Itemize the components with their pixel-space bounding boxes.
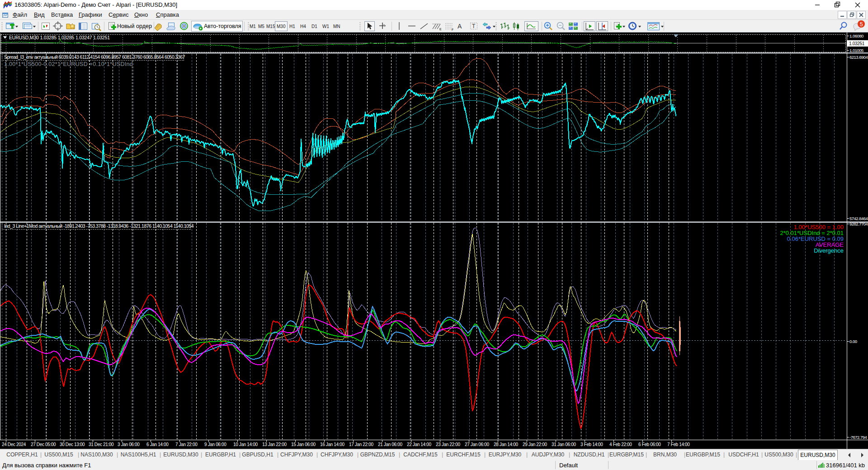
svg-text:H1: H1	[289, 24, 295, 29]
svg-text:M30: M30	[277, 24, 286, 29]
svg-text:10 Jan 14:00: 10 Jan 14:00	[233, 442, 258, 447]
svg-text:1.03251: 1.03251	[849, 41, 865, 46]
svg-text:A: A	[458, 23, 462, 30]
svg-text:13 Jan 22:00: 13 Jan 22:00	[262, 442, 287, 447]
svg-text:4 Feb 22:00: 4 Feb 22:00	[609, 442, 632, 447]
svg-text:30 Dec 13:00: 30 Dec 13:00	[60, 442, 85, 447]
svg-text:-7672.794: -7672.794	[849, 435, 867, 440]
svg-text:Divergence: Divergence	[814, 247, 844, 254]
svg-text:D1: D1	[311, 24, 317, 29]
svg-text:7 Feb 14:00: 7 Feb 14:00	[667, 442, 690, 447]
svg-text:1.06080: 1.06080	[849, 33, 863, 38]
svg-text:6213.6904: 6213.6904	[849, 55, 868, 60]
svg-text:3 Feb 14:00: 3 Feb 14:00	[580, 442, 603, 447]
svg-text:1.01005: 1.01005	[849, 48, 863, 53]
svg-text:24 Dec 2024: 24 Dec 2024	[2, 442, 26, 447]
svg-text:15 Jan 06:00: 15 Jan 06:00	[291, 442, 316, 447]
svg-text:1.00*1*US500-0.02*1*EURUSD +0.: 1.00*1*US500-0.02*1*EURUSD +0.10*1*USDIn…	[4, 61, 133, 67]
svg-text:28 Jan 14:00: 28 Jan 14:00	[494, 442, 518, 447]
svg-text:M5: M5	[258, 24, 264, 29]
svg-text:31 Jan 06:00: 31 Jan 06:00	[552, 442, 576, 447]
svg-text:Spread_I3_env актуальный 6039.: Spread_I3_env актуальный 6039.0143 6112.…	[4, 54, 185, 60]
svg-text:H4: H4	[300, 24, 306, 29]
svg-text:22 Jan 14:00: 22 Jan 14:00	[407, 442, 431, 447]
svg-text:17 Jan 22:00: 17 Jan 22:00	[349, 442, 373, 447]
svg-text:Е: Е	[439, 28, 442, 31]
svg-text:5742.8464: 5742.8464	[849, 216, 868, 221]
svg-text:W1: W1	[322, 24, 329, 29]
svg-text:0.00: 0.00	[849, 339, 857, 344]
svg-text:Ind_3 Line+1Mod актуальный -18: Ind_3 Line+1Mod актуальный -1891.2403 -7…	[4, 223, 194, 229]
svg-text:9282.7704: 9282.7704	[849, 221, 868, 226]
svg-text:3 Jan 06:00: 3 Jan 06:00	[118, 442, 140, 447]
svg-text:M1: M1	[250, 24, 256, 29]
svg-text:EURUSD,M30 1.03285 1.03285 1.: EURUSD,M30 1.03285 1.03285 1.03247 1.032…	[9, 35, 110, 40]
svg-text:21 Jan 06:00: 21 Jan 06:00	[378, 442, 402, 447]
svg-text:MN: MN	[333, 24, 340, 29]
svg-text:9 Jan 06:00: 9 Jan 06:00	[204, 442, 226, 447]
svg-text:M15: M15	[266, 24, 275, 29]
svg-text:T: T	[472, 23, 476, 29]
svg-text:23 Jan 22:00: 23 Jan 22:00	[436, 442, 460, 447]
svg-text:27 Dec 05:00: 27 Dec 05:00	[31, 442, 56, 447]
svg-text:5: 5	[860, 21, 863, 28]
svg-text:27 Jan 06:00: 27 Jan 06:00	[465, 442, 489, 447]
svg-text:7 Jan 22:00: 7 Jan 22:00	[175, 442, 198, 447]
svg-text:F: F	[452, 28, 453, 31]
svg-text:Новый ордер: Новый ордер	[117, 23, 152, 29]
svg-text:6 Feb 06:00: 6 Feb 06:00	[638, 442, 661, 447]
svg-text:6 Jan 14:00: 6 Jan 14:00	[146, 442, 169, 447]
svg-text:Авто-торговля: Авто-торговля	[204, 23, 241, 29]
svg-text:16 Jan 14:00: 16 Jan 14:00	[320, 442, 344, 447]
svg-text:31 Dec 21:00: 31 Dec 21:00	[89, 442, 114, 447]
svg-text:29 Jan 22:00: 29 Jan 22:00	[523, 442, 547, 447]
